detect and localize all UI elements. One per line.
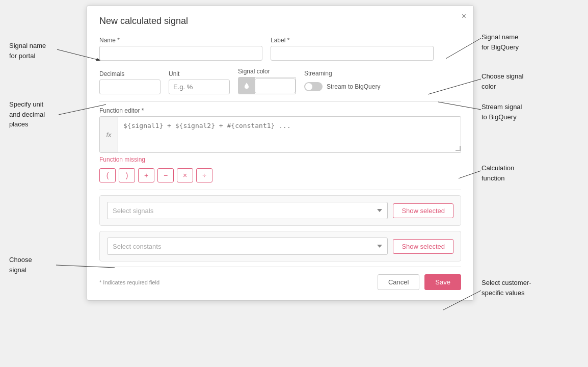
label-group: Label *	[271, 37, 434, 61]
function-editor-label: Function editor *	[99, 107, 461, 114]
annotation-choose-signal: Choosesignal	[9, 255, 32, 275]
modal-dialog: New calculated signal × Name * Label * D…	[87, 5, 474, 301]
stream-toggle-row: Stream to BigQuery	[304, 79, 380, 94]
name-group: Name *	[99, 37, 262, 61]
name-label-row: Name * Label *	[99, 37, 461, 61]
signal-color-label: Signal color	[238, 68, 296, 75]
unit-group: Unit	[169, 70, 230, 94]
save-button[interactable]: Save	[424, 274, 461, 290]
op-close-paren[interactable]: )	[119, 168, 135, 182]
op-minus[interactable]: −	[157, 168, 174, 182]
name-label: Name *	[99, 37, 262, 44]
annotation-calculation-function: Calculationfunction	[482, 163, 514, 183]
footer-row: * Indicates required field Cancel Save	[99, 274, 461, 290]
toggle-thumb	[305, 83, 312, 90]
annotation-specify-unit: Specify unitand decimalplaces	[9, 99, 45, 129]
annotation-choose-signal-color: Choose signalcolor	[482, 71, 523, 91]
op-plus[interactable]: +	[138, 168, 154, 182]
select-constants-row: Select constants Show selected	[99, 231, 461, 261]
unit-label: Unit	[169, 70, 230, 77]
op-open-paren[interactable]: (	[99, 168, 116, 182]
unit-input[interactable]	[169, 80, 230, 94]
divider-2	[99, 190, 461, 190]
annotation-stream-signal: Stream signalto BigQuery	[482, 102, 522, 122]
divider-1	[99, 101, 461, 102]
cancel-button[interactable]: Cancel	[378, 274, 419, 290]
function-editor-box: fx	[99, 116, 461, 153]
color-swatch[interactable]	[238, 77, 255, 94]
operator-row: ( ) + − × ÷	[99, 168, 461, 182]
decimals-unit-row: Decimals 0 Unit Signal color #CCC	[99, 68, 461, 94]
show-selected-constants-button[interactable]: Show selected	[393, 239, 453, 254]
close-button[interactable]: ×	[462, 12, 466, 21]
op-divide[interactable]: ÷	[196, 168, 212, 182]
constants-dropdown[interactable]: Select constants	[107, 238, 388, 255]
droplet-icon	[243, 82, 250, 89]
streaming-group: Streaming Stream to BigQuery	[304, 70, 380, 94]
decimals-input[interactable]: 0	[99, 80, 161, 94]
stream-label: Stream to BigQuery	[327, 83, 380, 90]
signals-dropdown[interactable]: Select signals	[107, 202, 388, 219]
page-wrapper: New calculated signal × Name * Label * D…	[0, 0, 588, 367]
signal-color-group: Signal color #CCC	[238, 68, 296, 94]
fx-label: fx	[100, 117, 118, 152]
decimals-label: Decimals	[99, 70, 161, 77]
label-label: Label *	[271, 37, 434, 44]
color-hex-input[interactable]: #CCC	[255, 78, 296, 93]
stream-toggle[interactable]	[304, 82, 323, 91]
annotation-signal-name-portal: Signal namefor portal	[9, 41, 46, 61]
annotation-signal-name-bigquery: Signal namefor BigQuery	[482, 32, 519, 52]
streaming-label: Streaming	[304, 70, 380, 77]
select-signals-row: Select signals Show selected	[99, 195, 461, 226]
name-input[interactable]	[99, 46, 262, 61]
modal-title: New calculated signal	[99, 16, 461, 27]
label-input[interactable]	[271, 46, 434, 61]
op-multiply[interactable]: ×	[177, 168, 193, 182]
divider-3	[99, 267, 461, 267]
function-missing: Function missing	[99, 156, 461, 163]
color-field-wrapper: #CCC	[238, 77, 296, 94]
decimals-group: Decimals 0	[99, 70, 161, 94]
annotation-select-customer: Select customer-specific values	[482, 278, 531, 298]
required-note: * Indicates required field	[99, 279, 159, 285]
footer-buttons: Cancel Save	[378, 274, 461, 290]
show-selected-signals-button[interactable]: Show selected	[393, 203, 453, 218]
resize-handle[interactable]	[456, 117, 461, 152]
function-textarea[interactable]	[118, 117, 456, 152]
toggle-track	[304, 82, 323, 91]
